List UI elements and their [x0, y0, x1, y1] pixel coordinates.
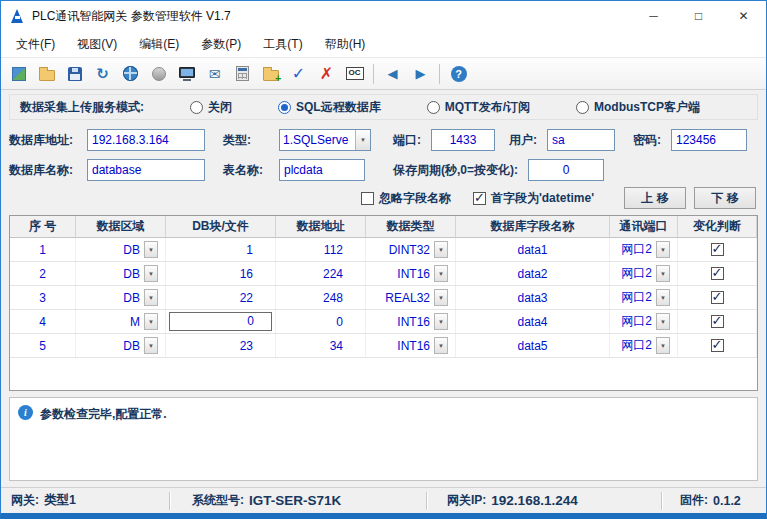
change-checkbox[interactable]: [711, 339, 724, 352]
port-input[interactable]: [431, 129, 495, 151]
help-button[interactable]: ?: [445, 60, 472, 87]
chevron-down-icon[interactable]: [434, 265, 448, 282]
first-field-checkbox-wrap[interactable]: 首字段为'datetime': [473, 190, 594, 207]
cell-data-address[interactable]: 248: [276, 286, 366, 309]
cell-comm-port[interactable]: 网口2: [610, 262, 678, 285]
table-row[interactable]: 1 DB 1 112 DINT32 data1: [10, 238, 757, 262]
forward-button[interactable]: ▶: [407, 60, 434, 87]
move-up-button[interactable]: 上 移: [624, 187, 686, 209]
db-type-select[interactable]: 1.SQLServe: [279, 129, 371, 151]
cell-data-type[interactable]: INT16: [366, 310, 456, 333]
oc-tool-button[interactable]: OC: [341, 60, 368, 87]
scan-button[interactable]: [145, 60, 172, 87]
chevron-down-icon[interactable]: [434, 289, 448, 306]
mail-button[interactable]: ✉: [201, 60, 228, 87]
maximize-button[interactable]: □: [676, 1, 721, 31]
chevron-down-icon[interactable]: [144, 265, 158, 282]
cell-comm-port[interactable]: 网口2: [610, 334, 678, 357]
save-button[interactable]: [61, 60, 88, 87]
user-input[interactable]: [547, 129, 615, 151]
cancel-button[interactable]: ✗: [313, 60, 340, 87]
chevron-down-icon[interactable]: [434, 241, 448, 258]
table-row[interactable]: 2 DB 16 224 INT16 data2: [10, 262, 757, 286]
password-input[interactable]: [671, 129, 747, 151]
column-header[interactable]: DB块/文件: [166, 216, 276, 237]
cell-data-type[interactable]: INT16: [366, 334, 456, 357]
connect-button[interactable]: [5, 60, 32, 87]
monitor-button[interactable]: [173, 60, 200, 87]
db-address-input[interactable]: [87, 129, 205, 151]
cell-data-area[interactable]: DB: [76, 238, 166, 261]
cell-field-name[interactable]: data1: [456, 238, 610, 261]
chevron-down-icon[interactable]: [656, 337, 670, 354]
chevron-down-icon[interactable]: [656, 313, 670, 330]
column-header[interactable]: 数据库字段名称: [456, 216, 610, 237]
change-checkbox[interactable]: [711, 291, 724, 304]
column-header[interactable]: 数据地址: [276, 216, 366, 237]
first-field-checkbox[interactable]: [473, 192, 486, 205]
cell-db-block[interactable]: 0: [166, 310, 276, 333]
menu-item[interactable]: 工具(T): [252, 31, 313, 57]
cell-data-type[interactable]: INT16: [366, 262, 456, 285]
cell-data-type[interactable]: REAL32: [366, 286, 456, 309]
cell-comm-port[interactable]: 网口2: [610, 238, 678, 261]
menu-item[interactable]: 参数(P): [190, 31, 252, 57]
menu-item[interactable]: 文件(F): [5, 31, 66, 57]
cell-data-area[interactable]: DB: [76, 334, 166, 357]
calculator-button[interactable]: [229, 60, 256, 87]
move-down-button[interactable]: 下 移: [694, 187, 756, 209]
cell-data-address[interactable]: 0: [276, 310, 366, 333]
cell-data-area[interactable]: DB: [76, 286, 166, 309]
change-checkbox[interactable]: [711, 243, 724, 256]
chevron-down-icon[interactable]: [656, 241, 670, 258]
cell-db-block[interactable]: 23: [166, 334, 276, 357]
menu-item[interactable]: 视图(V): [66, 31, 128, 57]
column-header[interactable]: 序 号: [10, 216, 76, 237]
ignore-fields-checkbox-wrap[interactable]: 忽略字段名称: [361, 190, 451, 207]
column-header[interactable]: 数据区域: [76, 216, 166, 237]
save-period-input[interactable]: [528, 159, 604, 181]
open-button[interactable]: [33, 60, 60, 87]
column-header[interactable]: 通讯端口: [610, 216, 678, 237]
chevron-down-icon[interactable]: [144, 313, 158, 330]
table-row[interactable]: 5 DB 23 34 INT16 data5: [10, 334, 757, 358]
close-button[interactable]: ✕: [721, 1, 766, 31]
change-checkbox[interactable]: [711, 315, 724, 328]
cell-field-name[interactable]: data4: [456, 310, 610, 333]
refresh-button[interactable]: ↻: [89, 60, 116, 87]
cell-field-name[interactable]: data5: [456, 334, 610, 357]
change-checkbox[interactable]: [711, 267, 724, 280]
service-mode-option[interactable]: MQTT发布/订阅: [427, 99, 530, 116]
cell-comm-port[interactable]: 网口2: [610, 310, 678, 333]
ignore-fields-checkbox[interactable]: [361, 192, 374, 205]
cell-db-block[interactable]: 16: [166, 262, 276, 285]
chevron-down-icon[interactable]: [144, 289, 158, 306]
chevron-down-icon[interactable]: [355, 130, 370, 150]
cell-data-address[interactable]: 224: [276, 262, 366, 285]
db-name-input[interactable]: [87, 159, 205, 181]
column-header[interactable]: 数据类型: [366, 216, 456, 237]
chevron-down-icon[interactable]: [144, 337, 158, 354]
cell-data-address[interactable]: 112: [276, 238, 366, 261]
cell-db-block[interactable]: 22: [166, 286, 276, 309]
back-button[interactable]: ◀: [379, 60, 406, 87]
cell-data-type[interactable]: DINT32: [366, 238, 456, 261]
chevron-down-icon[interactable]: [656, 289, 670, 306]
table-row[interactable]: 4 M 0 0 INT16 data4: [10, 310, 757, 334]
minimize-button[interactable]: ─: [631, 1, 676, 31]
apply-button[interactable]: ✓: [285, 60, 312, 87]
chevron-down-icon[interactable]: [144, 241, 158, 258]
cell-data-area[interactable]: DB: [76, 262, 166, 285]
add-folder-button[interactable]: [257, 60, 284, 87]
chevron-down-icon[interactable]: [656, 265, 670, 282]
cell-comm-port[interactable]: 网口2: [610, 286, 678, 309]
chevron-down-icon[interactable]: [434, 337, 448, 354]
web-button[interactable]: [117, 60, 144, 87]
table-name-input[interactable]: [279, 159, 365, 181]
cell-data-address[interactable]: 34: [276, 334, 366, 357]
cell-field-name[interactable]: data3: [456, 286, 610, 309]
column-header[interactable]: 变化判断: [678, 216, 757, 237]
service-mode-option[interactable]: ModbusTCP客户端: [576, 99, 700, 116]
menu-item[interactable]: 帮助(H): [314, 31, 377, 57]
menu-item[interactable]: 编辑(E): [128, 31, 190, 57]
